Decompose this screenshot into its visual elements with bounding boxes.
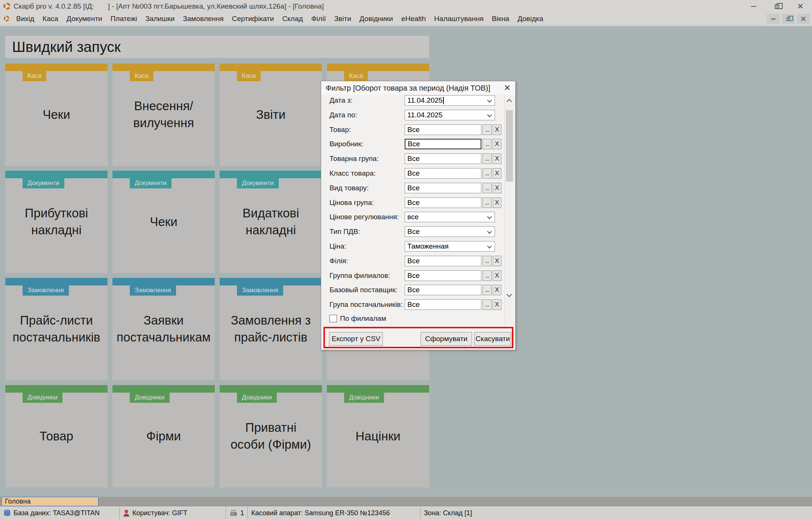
clear-button[interactable]: X xyxy=(493,124,501,135)
combo-field[interactable]: Все xyxy=(405,226,495,237)
text-field[interactable]: Все xyxy=(405,256,481,266)
by-branches-checkbox[interactable] xyxy=(329,315,337,322)
field-value: Все xyxy=(407,126,420,134)
mdi-close-button[interactable]: ✕ xyxy=(797,14,810,24)
text-field[interactable]: Все xyxy=(405,153,481,164)
mdi-minimize-button[interactable] xyxy=(767,14,780,24)
chevron-down-icon[interactable] xyxy=(487,229,492,234)
chevron-down-icon[interactable] xyxy=(487,98,492,103)
browse-ellipsis-button[interactable]: ... xyxy=(483,168,492,179)
quick-launch-tile[interactable]: Документи Чеки xyxy=(112,171,215,273)
mdi-restore-button[interactable] xyxy=(782,14,795,24)
quick-launch-tile[interactable]: Каса Чеки xyxy=(5,64,108,166)
menu-item[interactable]: Каса xyxy=(38,12,62,25)
quick-launch-tile[interactable]: Замовлення Прайс-листи постачальників xyxy=(5,278,108,380)
quick-launch-tile[interactable]: Каса Звіти xyxy=(220,64,322,166)
menu-item[interactable]: Замовлення xyxy=(179,12,228,25)
quick-launch-tile[interactable]: Довідники Фірми xyxy=(112,385,215,487)
quick-launch-tile[interactable]: Замовлення Замовлення з прайс-листів xyxy=(220,278,322,380)
tile-label: Приватні особи (Фірми) xyxy=(220,385,322,487)
quick-launch-tile[interactable]: Документи Видаткові накладні xyxy=(220,171,322,273)
menu-item[interactable]: eHealth xyxy=(397,12,430,25)
clear-button[interactable]: X xyxy=(493,183,501,193)
quick-launch-tile[interactable]: Довідники Націнки xyxy=(327,385,429,487)
field-label: Цінова група: xyxy=(329,199,405,207)
chevron-down-icon[interactable] xyxy=(487,244,492,249)
restore-button[interactable] xyxy=(765,0,789,12)
combo-field[interactable]: Таможенная xyxy=(405,241,495,252)
quick-launch-tile[interactable]: Замовлення Заявки постачальникам xyxy=(112,278,215,380)
combo-field[interactable]: 11.04.2025 xyxy=(405,110,495,120)
text-field[interactable]: Все xyxy=(405,183,481,193)
menu-item[interactable]: Звіти xyxy=(330,12,355,25)
browse-field: Все ... X xyxy=(405,168,501,179)
browse-ellipsis-button[interactable]: ... xyxy=(483,285,492,295)
browse-ellipsis-button[interactable]: ... xyxy=(483,270,492,281)
clear-button[interactable]: X xyxy=(493,197,501,208)
browse-ellipsis-button[interactable]: ... xyxy=(483,139,492,149)
database-icon xyxy=(3,509,11,517)
menu-item[interactable]: Вихід xyxy=(12,12,38,25)
menu-item[interactable]: Налаштування xyxy=(430,12,487,25)
clear-button[interactable]: X xyxy=(493,168,501,179)
filter-field-row: Группа филиалов: Все Все ... X xyxy=(329,270,495,281)
filter-field-row: Цінова група: Все Все ... X xyxy=(329,197,495,208)
scrollbar-thumb[interactable] xyxy=(506,110,513,182)
cancel-button[interactable]: Скасувати xyxy=(474,332,511,346)
text-field[interactable]: Все xyxy=(405,124,481,135)
quick-launch-tile[interactable]: Каса Внесення/вилучення xyxy=(112,64,215,166)
menu-item[interactable]: Платежі xyxy=(106,12,141,25)
browse-ellipsis-button[interactable]: ... xyxy=(483,197,492,208)
filter-field-row: Група постачальників: Все Все ... X xyxy=(329,299,495,310)
browse-ellipsis-button[interactable]: ... xyxy=(483,124,492,135)
chevron-down-icon[interactable] xyxy=(487,112,492,117)
close-icon: ✕ xyxy=(797,2,804,10)
dialog-titlebar[interactable]: Фильтр [Оборот товара за период (Надія Т… xyxy=(321,81,515,95)
tab-holovna[interactable]: Головна xyxy=(2,497,99,506)
quick-launch-tile[interactable]: Документи Прибуткові накладні xyxy=(5,171,108,273)
field-value: Все xyxy=(407,155,420,163)
text-field[interactable]: Все xyxy=(405,168,481,179)
clear-button[interactable]: X xyxy=(493,299,501,310)
browse-ellipsis-button[interactable]: ... xyxy=(483,256,492,266)
menu-item[interactable]: Документи xyxy=(62,12,106,25)
app-icon xyxy=(3,3,11,10)
text-field[interactable]: Все xyxy=(405,197,481,208)
dialog-scrollbar[interactable] xyxy=(504,95,514,325)
menu-item[interactable]: Довідка xyxy=(513,12,547,25)
menu-item[interactable]: Філії xyxy=(307,12,330,25)
menu-item[interactable]: Сертифікати xyxy=(228,12,278,25)
text-field[interactable]: Все xyxy=(405,139,481,149)
browse-ellipsis-button[interactable]: ... xyxy=(483,183,492,193)
clear-button[interactable]: X xyxy=(493,153,501,164)
text-field[interactable]: Все xyxy=(405,285,481,295)
clear-button[interactable]: X xyxy=(493,139,501,149)
quick-launch-tile[interactable]: Довідники Приватні особи (Фірми) xyxy=(220,385,322,487)
scroll-down-icon[interactable] xyxy=(507,292,512,297)
text-field[interactable]: Все xyxy=(405,299,481,310)
scroll-up-icon[interactable] xyxy=(507,99,512,104)
browse-field: Все ... X xyxy=(405,139,501,149)
combo-field[interactable]: 11.04.2025 xyxy=(405,95,495,106)
generate-button[interactable]: Сформувати xyxy=(420,332,472,346)
browse-field: Все ... X xyxy=(405,285,501,295)
clear-button[interactable]: X xyxy=(493,256,501,266)
chevron-down-icon[interactable] xyxy=(487,215,492,220)
menu-item[interactable]: Залишки xyxy=(141,12,179,25)
export-csv-button[interactable]: Експорт у CSV xyxy=(329,332,383,346)
minimize-button[interactable] xyxy=(742,0,765,12)
browse-ellipsis-button[interactable]: ... xyxy=(483,153,492,164)
tile-label: Звіти xyxy=(220,64,322,166)
menu-item[interactable]: Склад xyxy=(278,12,307,25)
dialog-close-icon[interactable]: ✕ xyxy=(504,83,511,93)
combo-field[interactable]: все xyxy=(405,212,495,222)
browse-ellipsis-button[interactable]: ... xyxy=(483,299,492,310)
clear-button[interactable]: X xyxy=(493,285,501,295)
menu-item[interactable]: Довідники xyxy=(355,12,397,25)
quick-launch-tile[interactable]: Довідники Товар xyxy=(5,385,108,487)
text-field[interactable]: Все xyxy=(405,270,481,281)
filter-field-row: Виробник: Все Все ... X xyxy=(329,139,495,149)
clear-button[interactable]: X xyxy=(493,270,501,281)
close-button[interactable]: ✕ xyxy=(789,0,812,12)
menu-item[interactable]: Вікна xyxy=(488,12,513,25)
